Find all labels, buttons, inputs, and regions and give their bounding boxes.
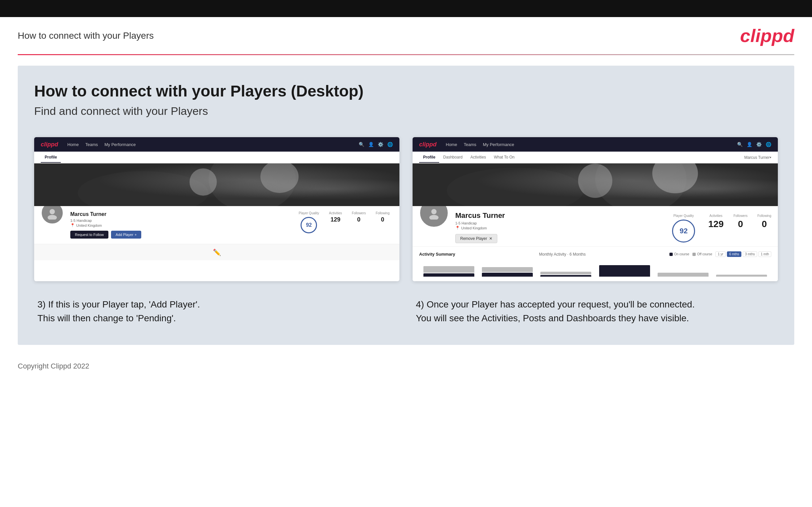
description-left: 3) If this is your Player tap, 'Add Play… [34, 298, 399, 325]
tab-what-to-on-right[interactable]: What To On [490, 152, 518, 163]
description-text-right: 4) Once your Player has accepted your re… [416, 298, 774, 325]
quality-wrapper-left: Player Quality 92 [299, 211, 319, 233]
tab-profile-left[interactable]: Profile [41, 152, 61, 163]
description-text-left: 3) If this is your Player tap, 'Add Play… [38, 298, 396, 325]
left-nav-teams[interactable]: Teams [86, 142, 98, 147]
chart-bar-on-3 [540, 275, 591, 277]
right-nav-home[interactable]: Home [446, 142, 457, 147]
legend-dot-on [669, 253, 673, 256]
chart-bar-on-1 [423, 273, 474, 277]
main-content: How to connect with your Players (Deskto… [18, 66, 794, 345]
quality-circle-left: 92 [301, 217, 317, 233]
activities-stat-left: Activities 129 [329, 211, 342, 223]
player-handicap-right: 1-5 Handicap [455, 221, 665, 225]
description-row: 3) If this is your Player tap, 'Add Play… [34, 298, 778, 325]
main-subtitle: Find and connect with your Players [34, 105, 778, 117]
legend-off-course: Off course [693, 252, 712, 256]
header-divider [18, 54, 794, 55]
description-right: 4) Once your Player has accepted your re… [413, 298, 778, 325]
right-settings-icon[interactable]: ⚙️ [756, 142, 762, 147]
svg-point-12 [431, 209, 437, 214]
svg-point-6 [48, 215, 57, 220]
quality-circle-right: 92 [672, 220, 695, 242]
activity-period: Monthly Activity · 6 Months [539, 252, 586, 257]
following-stat-left: Following 0 [376, 211, 390, 223]
right-player-section: Marcus Turner 1-5 Handicap 📍 United King… [413, 206, 778, 246]
remove-player-button[interactable]: Remove Player ✕ [455, 234, 497, 243]
chart-col-1 [420, 266, 477, 277]
chart-bar-on-4 [599, 265, 650, 277]
tab-profile-right[interactable]: Profile [419, 152, 439, 163]
period-buttons: 1 yr 6 mths 3 mths 1 mth [715, 251, 771, 257]
globe-icon[interactable]: 🌐 [387, 142, 393, 147]
right-globe-icon[interactable]: 🌐 [766, 142, 771, 147]
followers-stat-left: Followers 0 [352, 211, 366, 223]
right-nav-icons: 🔍 👤 ⚙️ 🌐 [737, 142, 771, 147]
left-nav-logo: clippd [41, 141, 58, 148]
screenshots-row: clippd Home Teams My Performance 🔍 👤 ⚙️ … [34, 137, 778, 281]
tab-activities-right[interactable]: Activities [466, 152, 490, 163]
chart-col-3 [538, 272, 594, 277]
chevron-down-icon-right[interactable]: ▾ [770, 156, 771, 159]
activity-chart [419, 260, 771, 277]
add-player-button-left[interactable]: Add Player + [111, 231, 141, 238]
chart-col-5 [655, 273, 711, 277]
chart-bar-off-3 [540, 272, 591, 274]
right-tabs: Profile Dashboard Activities What To On … [413, 152, 778, 163]
user-dropdown-right[interactable]: Marcus Turner [744, 155, 770, 160]
player-info-left: Marcus Turner 1-5 Handicap 📍 United King… [70, 211, 292, 238]
search-icon[interactable]: 🔍 [359, 142, 364, 147]
footer: Copyright Clippd 2022 [0, 355, 812, 377]
follow-button-left[interactable]: Request to Follow [70, 231, 108, 238]
legend-on-course: On course [669, 252, 689, 256]
svg-point-5 [50, 209, 55, 214]
period-1yr[interactable]: 1 yr [715, 251, 726, 257]
right-user-icon[interactable]: 👤 [747, 142, 752, 147]
activity-title: Activity Summary [419, 252, 455, 257]
close-icon-remove: ✕ [489, 236, 492, 241]
left-nav-icons: 🔍 👤 ⚙️ 🌐 [359, 142, 393, 147]
right-stats-section: Player Quality 92 Activities 129 Followe… [672, 211, 771, 242]
left-nav-links: Home Teams My Performance [67, 142, 136, 147]
player-info-right: Marcus Turner 1-5 Handicap 📍 United King… [455, 211, 665, 243]
activities-stat-right: Activities 129 [708, 214, 724, 229]
right-nav-bar: clippd Home Teams My Performance 🔍 👤 ⚙️ … [413, 137, 778, 152]
screenshot-right: clippd Home Teams My Performance 🔍 👤 ⚙️ … [413, 137, 778, 281]
player-name-right: Marcus Turner [455, 211, 665, 220]
period-6mths[interactable]: 6 mths [727, 251, 742, 257]
right-nav-logo: clippd [419, 141, 437, 148]
activity-header: Activity Summary Monthly Activity · 6 Mo… [419, 251, 771, 257]
location-pin-icon: 📍 [70, 223, 75, 227]
left-nav-home[interactable]: Home [67, 142, 79, 147]
left-nav-bar: clippd Home Teams My Performance 🔍 👤 ⚙️ … [34, 137, 399, 152]
chart-col-2 [479, 267, 536, 277]
period-3mths[interactable]: 3 mths [743, 251, 757, 257]
left-nav-performance[interactable]: My Performance [104, 142, 136, 147]
right-nav-teams[interactable]: Teams [464, 142, 476, 147]
period-1mth[interactable]: 1 mth [758, 251, 771, 257]
golf-image-overlay-left [34, 163, 399, 206]
right-nav-performance[interactable]: My Performance [483, 142, 514, 147]
location-pin-icon-right: 📍 [455, 226, 460, 230]
golf-image-overlay-right [413, 163, 778, 206]
pen-area-left: ✏️ [34, 244, 399, 260]
activity-controls: On course Off course 1 yr 6 mths 3 mths … [669, 251, 771, 257]
player-handicap-left: 1-5 Handicap [70, 219, 292, 223]
pen-icon-left: ✏️ [213, 248, 221, 256]
player-location-left: 📍 United Kingdom [70, 223, 292, 227]
chart-bar-off-1 [423, 266, 474, 273]
copyright-text: Copyright Clippd 2022 [18, 362, 89, 370]
chart-bar-off-6 [716, 275, 767, 277]
right-nav-links: Home Teams My Performance [446, 142, 514, 147]
plus-icon: + [135, 233, 137, 237]
activity-summary-right: Activity Summary Monthly Activity · 6 Mo… [413, 246, 778, 281]
player-buttons-left: Request to Follow Add Player + [70, 231, 292, 238]
tab-dashboard-right[interactable]: Dashboard [439, 152, 466, 163]
user-icon[interactable]: 👤 [368, 142, 374, 147]
chart-col-6 [713, 275, 770, 277]
right-search-icon[interactable]: 🔍 [737, 142, 743, 147]
settings-icon[interactable]: ⚙️ [378, 142, 383, 147]
screenshot-left: clippd Home Teams My Performance 🔍 👤 ⚙️ … [34, 137, 399, 281]
header-title: How to connect with your Players [18, 31, 154, 41]
player-name-left: Marcus Turner [70, 211, 292, 217]
